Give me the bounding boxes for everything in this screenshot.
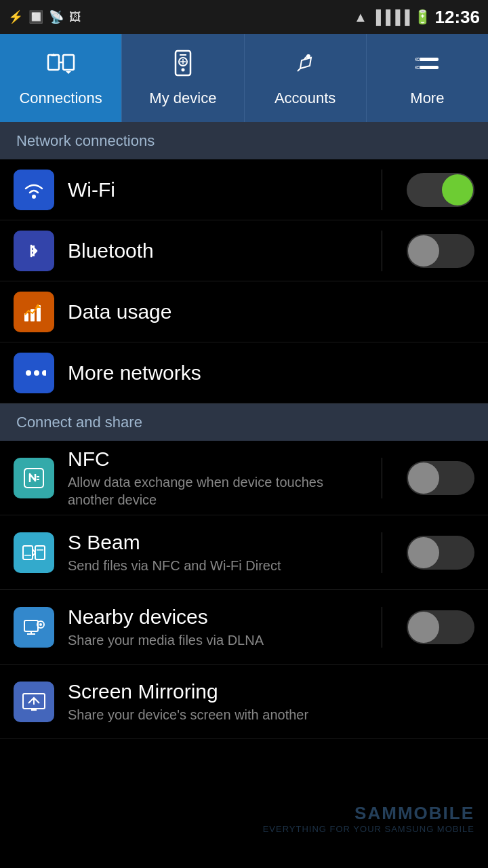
wifi-icon-wrap [14,170,54,210]
nfc-icon-wrap [14,458,54,498]
wifi-status-icon: ▲ [354,9,367,25]
data-usage-icon-wrap [14,292,54,332]
screen-mirroring-title: Screen Mirroring [68,680,474,703]
bluetooth-icon-wrap [14,231,54,271]
watermark-brand: SAMMOBILE [263,803,474,824]
status-icons-left: ⚡ 🔲 📡 🖼 [8,9,81,24]
nfc-toggle[interactable] [407,461,474,495]
nfc-status-icon: 🔲 [28,9,43,24]
watermark: SAMMOBILE EVERYTHING FOR YOUR SAMSUNG MO… [263,803,474,834]
status-bar: ⚡ 🔲 📡 🖼 ▲ ▐▐▐▐ 🔋 12:36 [0,0,488,34]
cast-icon: 📡 [49,9,64,24]
status-icons-right: ▲ ▐▐▐▐ 🔋 12:36 [354,7,480,28]
sbeam-icon-wrap [14,532,54,573]
mydevice-tab-label: My device [149,90,216,107]
mydevice-tab-icon [169,50,197,84]
network-connections-label: Network connections [16,132,155,150]
bluetooth-toggle-knob [408,235,439,267]
nearby-devices-icon-wrap [14,607,54,648]
watermark-tagline: EVERYTHING FOR YOUR SAMSUNG MOBILE [263,824,474,834]
nfc-item[interactable]: NFC Allow data exchange when device touc… [0,441,488,515]
svg-rect-0 [48,55,59,70]
clock: 12:36 [435,7,481,28]
accounts-tab-icon [291,50,319,84]
nfc-content: NFC Allow data exchange when device touc… [68,448,368,509]
screen-mirroring-content: Screen Mirroring Share your device's scr… [68,680,474,724]
more-networks-title: More networks [68,361,201,384]
wifi-title: Wi-Fi [68,178,115,201]
more-tab-icon [413,50,441,84]
tab-accounts[interactable]: Accounts [245,34,367,122]
data-usage-item[interactable]: Data usage [0,281,488,342]
bluetooth-title: Bluetooth [68,239,154,262]
wifi-toggle-knob [442,174,473,205]
tab-more[interactable]: More [367,34,488,122]
svg-point-28 [42,370,46,376]
nearby-toggle-knob [408,612,439,643]
svg-point-6 [181,68,184,71]
connect-share-header: Connect and share [0,403,488,441]
wifi-content: Wi-Fi [68,178,368,201]
svg-point-26 [26,370,31,376]
nearby-devices-subtitle: Share your media files via DLNA [68,631,368,649]
svg-rect-1 [63,55,74,70]
nearby-toggle[interactable] [407,610,474,644]
sbeam-content: S Beam Send files via NFC and Wi-Fi Dire… [68,531,368,574]
battery-icon: 🔋 [414,9,431,25]
nearby-devices-item[interactable]: Nearby devices Share your media files vi… [0,590,488,665]
svg-line-13 [298,68,300,71]
nearby-toggle-divider [382,607,382,648]
sbeam-item[interactable]: S Beam Send files via NFC and Wi-Fi Dire… [0,515,488,590]
sbeam-toggle-divider [382,532,382,573]
screen-mirroring-icon-wrap [14,682,54,722]
svg-marker-4 [66,71,71,74]
nearby-devices-content: Nearby devices Share your media files vi… [68,606,368,649]
wifi-item[interactable]: Wi-Fi [0,159,488,220]
svg-point-20 [32,195,36,199]
more-networks-content: More networks [68,361,474,384]
more-tab-label: More [410,90,444,107]
usb-icon: ⚡ [8,9,23,24]
nfc-toggle-knob [408,462,439,494]
sbeam-toggle[interactable] [407,536,474,570]
svg-point-27 [34,370,39,376]
nfc-toggle-divider [382,458,382,498]
sbeam-toggle-knob [408,537,439,568]
wifi-toggle[interactable] [407,173,474,207]
tab-bar: Connections My device Accounts [0,34,488,122]
bluetooth-toggle-divider [382,231,382,271]
image-icon: 🖼 [69,10,81,24]
svg-rect-33 [35,546,45,559]
signal-icon: ▐▐▐▐ [371,9,410,25]
tab-connections[interactable]: Connections [0,34,122,122]
svg-rect-32 [23,546,33,559]
data-usage-title: Data usage [68,300,171,323]
sbeam-subtitle: Send files via NFC and Wi-Fi Direct [68,557,368,574]
bluetooth-content: Bluetooth [68,239,368,262]
screen-mirroring-item[interactable]: Screen Mirroring Share your device's scr… [0,665,488,739]
connections-tab-label: Connections [19,90,102,107]
bluetooth-toggle[interactable] [407,234,474,268]
tab-mydevice[interactable]: My device [122,34,244,122]
sbeam-title: S Beam [68,531,368,554]
connect-share-label: Connect and share [16,414,142,431]
bluetooth-item[interactable]: Bluetooth [0,220,488,281]
svg-rect-36 [24,620,38,631]
connections-tab-icon [47,50,75,84]
screen-mirroring-subtitle: Share your device's screen with another [68,706,474,724]
more-networks-icon-wrap [14,353,54,393]
nfc-title: NFC [68,448,368,471]
nfc-subtitle: Allow data exchange when device touches … [68,473,368,509]
svg-point-40 [39,623,42,626]
nearby-devices-title: Nearby devices [68,606,368,629]
accounts-tab-label: Accounts [274,90,336,107]
wifi-toggle-divider [382,170,382,210]
more-networks-item[interactable]: More networks [0,342,488,403]
data-usage-content: Data usage [68,300,474,323]
network-connections-header: Network connections [0,122,488,159]
